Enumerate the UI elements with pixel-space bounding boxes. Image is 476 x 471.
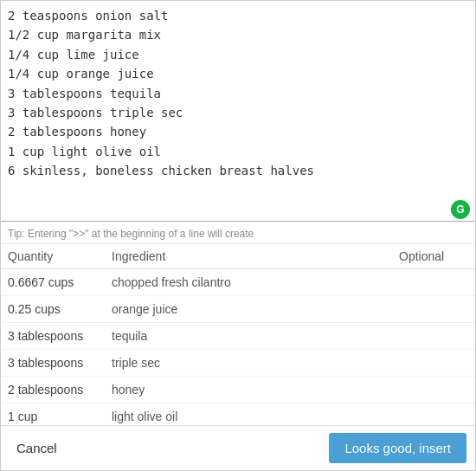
insert-button[interactable]: Looks good, insert [329,433,466,463]
tip-label: Tip: Entering ">>" at the beginning of a… [8,228,254,240]
footer: Cancel Looks good, insert [1,425,475,470]
cell-ingredient: light olive oil [112,410,399,423]
table-row: 1 cuplight olive oil [1,403,475,425]
table-row: 0.25 cupsorange juice [1,296,475,323]
cell-quantity: 1 cup [8,410,112,423]
table-section: Quantity Ingredient Optional 0.6667 cups… [1,244,475,425]
grammarly-icon[interactable]: G [451,200,470,219]
cell-quantity: 2 tablespoons [8,383,112,397]
cancel-button[interactable]: Cancel [10,437,64,459]
table-row: 2 tablespoonshoney [1,377,475,403]
cell-ingredient: chopped fresh cilantro [112,275,399,289]
header-ingredient: Ingredient [112,249,399,263]
textarea-section: 2 teaspoons onion salt 1/2 cup margarita… [1,1,475,224]
table-row: 0.6667 cupschopped fresh cilantro [1,269,475,296]
table-header: Quantity Ingredient Optional [1,244,475,269]
tip-text: Tip: Entering ">>" at the beginning of a… [1,224,475,244]
cell-ingredient: tequila [112,329,399,343]
table-row: 3 tablespoonstriple sec [1,350,475,377]
cell-ingredient: triple sec [112,356,399,370]
cell-quantity: 3 tablespoons [8,356,112,370]
grammarly-letter: G [456,203,464,216]
header-quantity: Quantity [8,249,112,263]
cell-quantity: 0.6667 cups [8,275,112,289]
main-container: 2 teaspoons onion salt 1/2 cup margarita… [0,0,476,471]
ingredients-textarea[interactable]: 2 teaspoons onion salt 1/2 cup margarita… [1,1,475,222]
header-optional: Optional [399,249,468,263]
table-row: 3 tablespoonstequila [1,323,475,350]
cell-ingredient: orange juice [112,302,399,316]
table-body: 0.6667 cupschopped fresh cilantro0.25 cu… [1,269,475,425]
cell-quantity: 3 tablespoons [8,329,112,343]
cell-ingredient: honey [112,383,399,397]
cell-quantity: 0.25 cups [8,302,112,316]
